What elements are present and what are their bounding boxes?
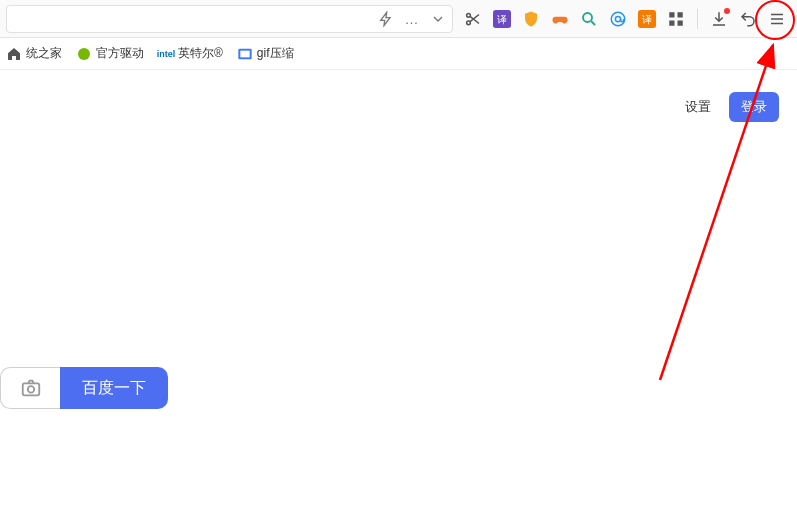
at-icon[interactable] bbox=[608, 9, 628, 29]
scissors-icon[interactable] bbox=[463, 9, 483, 29]
gif-icon bbox=[237, 46, 253, 62]
toolbar-icons: 译 译 bbox=[459, 9, 791, 29]
lightning-icon[interactable] bbox=[378, 11, 394, 27]
browser-toolbar: … 译 译 bbox=[0, 0, 797, 38]
home-icon bbox=[6, 46, 22, 62]
camera-icon[interactable] bbox=[20, 377, 42, 399]
intel-icon: intel bbox=[158, 46, 174, 62]
svg-rect-9 bbox=[669, 12, 674, 17]
magnify-icon[interactable] bbox=[579, 9, 599, 29]
bookmark-label: 官方驱动 bbox=[96, 45, 144, 62]
bookmark-label: gif压缩 bbox=[257, 45, 294, 62]
svg-point-6 bbox=[615, 16, 620, 21]
undo-icon[interactable] bbox=[738, 9, 758, 29]
svg-rect-11 bbox=[669, 20, 674, 25]
notification-dot bbox=[724, 8, 730, 14]
svg-rect-12 bbox=[678, 20, 683, 25]
svg-point-5 bbox=[611, 12, 625, 26]
svg-text:译: 译 bbox=[642, 13, 652, 24]
bookmark-label: 英特尔® bbox=[178, 45, 223, 62]
svg-rect-16 bbox=[22, 383, 39, 395]
search-button[interactable]: 百度一下 bbox=[60, 367, 168, 409]
svg-rect-10 bbox=[678, 12, 683, 17]
bookmark-item-2[interactable]: intel 英特尔® bbox=[158, 45, 223, 62]
toolbar-divider bbox=[697, 9, 698, 29]
bookmark-label: 统之家 bbox=[26, 45, 62, 62]
bookmark-item-3[interactable]: gif压缩 bbox=[237, 45, 294, 62]
page-top-right: 设置 登录 bbox=[685, 92, 779, 122]
bookmark-item-1[interactable]: 官方驱动 bbox=[76, 45, 144, 62]
page-content: 设置 登录 百度一下 bbox=[0, 70, 797, 505]
svg-point-4 bbox=[583, 13, 592, 22]
gamepad-icon[interactable] bbox=[550, 9, 570, 29]
bookmarks-bar: 统之家 官方驱动 intel 英特尔® gif压缩 bbox=[0, 38, 797, 70]
svg-text:译: 译 bbox=[497, 13, 507, 24]
hamburger-menu-icon[interactable] bbox=[767, 9, 787, 29]
address-bar[interactable]: … bbox=[6, 5, 453, 33]
settings-link[interactable]: 设置 bbox=[685, 98, 711, 116]
svg-point-0 bbox=[467, 13, 471, 17]
nvidia-icon bbox=[76, 46, 92, 62]
login-button[interactable]: 登录 bbox=[729, 92, 779, 122]
more-icon[interactable]: … bbox=[404, 11, 420, 27]
grid-icon[interactable] bbox=[666, 9, 686, 29]
translate-icon-2[interactable]: 译 bbox=[637, 9, 657, 29]
svg-rect-15 bbox=[240, 50, 249, 57]
svg-point-1 bbox=[467, 20, 471, 24]
svg-point-17 bbox=[27, 386, 33, 392]
search-row: 百度一下 bbox=[0, 367, 168, 409]
svg-point-13 bbox=[78, 48, 90, 60]
bookmark-item-0[interactable]: 统之家 bbox=[6, 45, 62, 62]
shield-icon[interactable] bbox=[521, 9, 541, 29]
chevron-down-icon[interactable] bbox=[430, 11, 446, 27]
download-icon[interactable] bbox=[709, 9, 729, 29]
translate-icon-1[interactable]: 译 bbox=[492, 9, 512, 29]
search-input-box[interactable] bbox=[0, 367, 60, 409]
